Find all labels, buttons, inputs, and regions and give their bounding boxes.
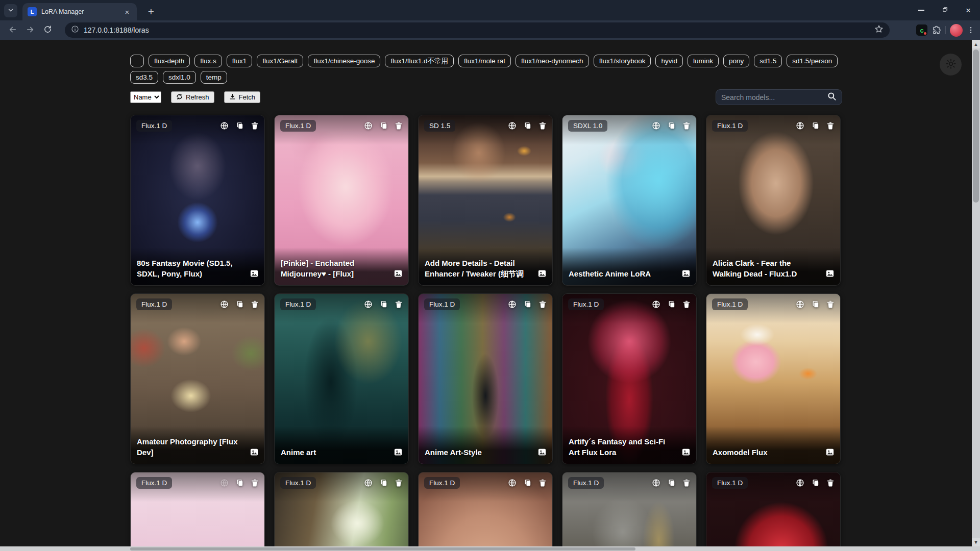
trash-icon[interactable]: [251, 121, 259, 130]
close-window-button[interactable]: ×: [957, 0, 980, 20]
copy-icon[interactable]: [523, 479, 532, 487]
tab-close-icon[interactable]: ×: [122, 7, 132, 16]
globe-icon[interactable]: [508, 121, 517, 130]
globe-icon[interactable]: [220, 479, 229, 487]
globe-icon[interactable]: [796, 479, 804, 487]
refresh-button[interactable]: Refresh: [171, 91, 214, 103]
folder-tag[interactable]: temp: [201, 71, 227, 84]
copy-icon[interactable]: [811, 121, 820, 130]
trash-icon[interactable]: [538, 479, 547, 487]
folder-tag[interactable]: flux1/Geralt: [257, 55, 303, 67]
trash-icon[interactable]: [826, 300, 835, 309]
site-info-icon[interactable]: [71, 25, 79, 35]
lora-card[interactable]: SD 1.5 Add More Details - Detail Enhance…: [418, 115, 553, 286]
folder-tag[interactable]: sd1.5/person: [787, 55, 838, 67]
folder-tag[interactable]: flux1: [227, 55, 253, 67]
picture-icon[interactable]: [681, 447, 691, 459]
maximize-button[interactable]: [933, 0, 957, 20]
trash-icon[interactable]: [682, 121, 691, 130]
globe-icon[interactable]: [220, 121, 229, 130]
folder-tag[interactable]: flux1/neo-dynomech: [516, 55, 589, 67]
picture-icon[interactable]: [537, 447, 547, 459]
trash-icon[interactable]: [538, 121, 547, 130]
extension-icon[interactable]: c: [916, 24, 927, 36]
profile-avatar[interactable]: [950, 24, 963, 37]
lora-card[interactable]: Flux.1 D Artify´s Fantasy and Sci-Fi Art…: [562, 293, 697, 464]
theme-toggle-button[interactable]: [940, 54, 962, 76]
globe-icon[interactable]: [364, 121, 373, 130]
folder-tag[interactable]: hyvid: [655, 55, 683, 67]
new-tab-button[interactable]: +: [144, 5, 158, 19]
tab-search-button[interactable]: [4, 4, 17, 17]
copy-icon[interactable]: [235, 479, 244, 487]
trash-icon[interactable]: [682, 300, 691, 309]
scroll-up-icon[interactable]: ▲: [972, 40, 980, 48]
lora-card[interactable]: Flux.1 D: [130, 472, 265, 551]
copy-icon[interactable]: [379, 479, 388, 487]
lora-card[interactable]: Flux.1 D: [418, 472, 553, 551]
copy-icon[interactable]: [235, 121, 244, 130]
trash-icon[interactable]: [538, 300, 547, 309]
folder-tag[interactable]: flux1/mole rat: [458, 55, 511, 67]
horizontal-scrollbar-thumb[interactable]: [130, 547, 635, 550]
sort-select[interactable]: Name: [130, 91, 161, 103]
trash-icon[interactable]: [395, 479, 403, 487]
picture-icon[interactable]: [250, 269, 259, 280]
horizontal-scrollbar[interactable]: [0, 546, 972, 551]
globe-icon[interactable]: [652, 479, 660, 487]
trash-icon[interactable]: [826, 479, 835, 487]
globe-icon[interactable]: [364, 479, 373, 487]
trash-icon[interactable]: [395, 300, 403, 309]
browser-tab[interactable]: L LoRA Manager ×: [22, 3, 137, 20]
copy-icon[interactable]: [379, 300, 388, 309]
lora-card[interactable]: Flux.1 D Anime Art-Style: [418, 293, 553, 464]
fetch-button[interactable]: Fetch: [224, 91, 261, 103]
lora-card[interactable]: Flux.1 D Axomodel Flux: [706, 293, 841, 464]
copy-icon[interactable]: [667, 479, 676, 487]
folder-tag[interactable]: flux-depth: [149, 55, 190, 67]
url-bar[interactable]: 127.0.0.1:8188/loras: [65, 22, 890, 38]
lora-card[interactable]: Flux.1 D: [706, 472, 841, 551]
trash-icon[interactable]: [395, 121, 403, 130]
picture-icon[interactable]: [537, 269, 547, 280]
copy-icon[interactable]: [667, 121, 676, 130]
bookmark-star-icon[interactable]: [874, 24, 884, 36]
globe-icon[interactable]: [796, 300, 804, 309]
lora-card[interactable]: Flux.1 D [Pinkie] - Enchanted Midjourney…: [274, 115, 409, 286]
globe-icon[interactable]: [220, 300, 229, 309]
copy-icon[interactable]: [523, 121, 532, 130]
folder-tag[interactable]: flux.s: [194, 55, 222, 67]
picture-icon[interactable]: [825, 447, 835, 459]
folder-tag[interactable]: flux1/flux1.d不常用: [385, 55, 454, 67]
folder-tag-empty[interactable]: [130, 55, 144, 67]
copy-icon[interactable]: [811, 479, 820, 487]
lora-card[interactable]: Flux.1 D Alicia Clark - Fear the Walking…: [706, 115, 841, 286]
lora-card[interactable]: Flux.1 D: [274, 472, 409, 551]
folder-tag[interactable]: sdxl1.0: [163, 71, 196, 84]
globe-icon[interactable]: [508, 300, 517, 309]
copy-icon[interactable]: [523, 300, 532, 309]
folder-tag[interactable]: lumink: [688, 55, 719, 67]
trash-icon[interactable]: [826, 121, 835, 130]
picture-icon[interactable]: [394, 447, 403, 459]
globe-icon[interactable]: [796, 121, 804, 130]
scroll-down-icon[interactable]: ▼: [972, 538, 980, 546]
copy-icon[interactable]: [235, 300, 244, 309]
search-icon[interactable]: [827, 91, 837, 103]
globe-icon[interactable]: [364, 300, 373, 309]
lora-card[interactable]: Flux.1 D Anime art: [274, 293, 409, 464]
copy-icon[interactable]: [811, 300, 820, 309]
globe-icon[interactable]: [652, 300, 660, 309]
folder-tag[interactable]: flux1/chinese-goose: [308, 55, 380, 67]
lora-card[interactable]: SDXL 1.0 Aesthetic Anime LoRA: [562, 115, 697, 286]
folder-tag[interactable]: sd1.5: [754, 55, 782, 67]
globe-icon[interactable]: [508, 479, 517, 487]
folder-tag[interactable]: sd3.5: [130, 71, 158, 84]
picture-icon[interactable]: [681, 269, 691, 280]
lora-card[interactable]: Flux.1 D: [562, 472, 697, 551]
extensions-puzzle-icon[interactable]: [932, 26, 941, 35]
search-input[interactable]: [721, 93, 827, 102]
trash-icon[interactable]: [251, 479, 259, 487]
trash-icon[interactable]: [251, 300, 259, 309]
reload-button[interactable]: [39, 22, 56, 38]
